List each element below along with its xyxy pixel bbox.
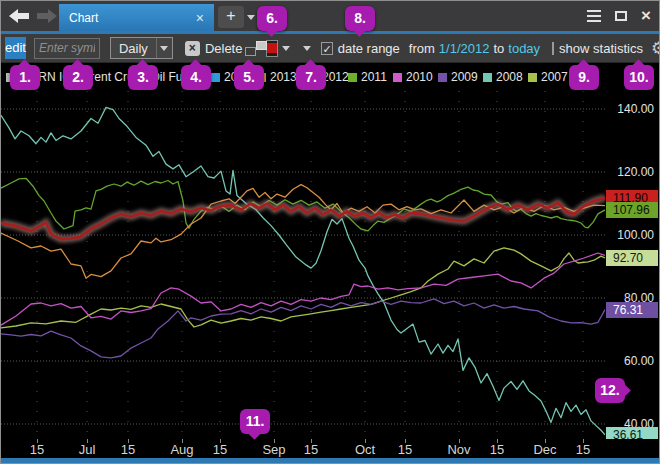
price-tag: 76.31 <box>606 302 658 318</box>
color-caret-icon[interactable] <box>282 46 290 51</box>
show-statistics-label: show statistics <box>559 41 643 56</box>
annotation-badge-8: 8. <box>345 6 375 31</box>
annotation-badge-1: 1. <box>10 65 40 90</box>
x-axis-label: Aug <box>170 442 193 457</box>
from-label: from <box>409 41 435 56</box>
annotation-badge-11: 11. <box>240 409 270 434</box>
app-window: Chart × + × edit Daily × Delete ✓ date r… <box>0 0 660 464</box>
plot-canvas[interactable] <box>1 91 605 439</box>
back-arrow-icon[interactable] <box>7 8 31 24</box>
legend-year-label: 2013 <box>270 70 297 84</box>
y-axis-label: 60.00 <box>624 353 654 369</box>
legend-row: EB.RN ICE Brent Crude Oil Futures2014201… <box>1 63 659 91</box>
bottom-accent-bar <box>1 458 659 463</box>
edit-button[interactable]: edit <box>5 37 26 59</box>
y-axis-label: 140.00 <box>617 101 654 117</box>
interval-caret-icon[interactable] <box>156 38 172 58</box>
date-range-checkbox[interactable]: ✓ <box>321 42 332 55</box>
legend-item-2008[interactable]: 2008 <box>483 63 523 91</box>
x-axis-label: 15 <box>213 442 227 457</box>
menu-icon[interactable] <box>587 7 601 25</box>
annotation-badge-4: 4. <box>181 65 211 90</box>
x-axis-label: 15 <box>304 442 318 457</box>
legend-year-label: 2012 <box>322 70 349 84</box>
legend-year-label: 2009 <box>451 70 478 84</box>
new-tab-button[interactable]: + <box>218 6 244 28</box>
legend-swatch-icon <box>483 73 492 82</box>
maximize-icon[interactable] <box>615 11 627 21</box>
close-tab-icon[interactable]: × <box>196 10 204 26</box>
x-axis-label: Sep <box>262 442 285 457</box>
y-axis-label: 120.00 <box>617 164 654 180</box>
toolbar: edit Daily × Delete ✓ date range from 1/… <box>1 34 659 63</box>
annotation-badge-12: 12. <box>595 378 625 403</box>
chart-area[interactable]: 140.00120.00100.0080.0060.0040.00111.901… <box>1 91 659 439</box>
color-swatch-button[interactable] <box>266 40 278 57</box>
annotation-badge-3: 3. <box>128 65 158 90</box>
legend-swatch-icon <box>393 73 402 82</box>
annotation-badge-10: 10. <box>624 65 654 90</box>
x-axis: 15Jul15Aug15Sep15Oct15Nov15Dec15 <box>1 439 659 458</box>
new-tab-caret-icon[interactable] <box>247 15 255 20</box>
y-axis-label: 100.00 <box>617 227 654 243</box>
legend-item-2010[interactable]: 2010 <box>393 63 433 91</box>
legend-swatch-icon <box>211 73 220 82</box>
to-label: to <box>493 41 504 56</box>
tab-chart-label: Chart <box>69 11 98 25</box>
annotation-badge-9: 9. <box>569 65 599 90</box>
line-style-caret-icon[interactable] <box>303 46 311 51</box>
series-line-2008 <box>1 107 605 434</box>
close-window-icon[interactable]: × <box>641 11 651 21</box>
legend-item-2007[interactable]: 2007 <box>528 63 568 91</box>
x-axis-label: Dec <box>533 442 556 457</box>
price-tag: 92.70 <box>606 250 658 266</box>
tab-chart[interactable]: Chart × <box>59 4 214 31</box>
legend-year-label: 2011 <box>361 70 387 84</box>
delete-button[interactable]: × Delete <box>185 41 243 56</box>
delete-label: Delete <box>205 41 243 56</box>
tab-bar: Chart × + × <box>1 1 659 31</box>
symbol-input[interactable] <box>34 38 100 59</box>
legend-swatch-icon <box>528 73 537 82</box>
forward-arrow-icon[interactable] <box>35 8 59 24</box>
gear-icon[interactable]: ⚙ <box>651 40 660 57</box>
series-line-2007 <box>1 248 605 328</box>
legend-swatch-icon <box>438 73 447 82</box>
date-range-label: date range <box>338 41 400 56</box>
show-statistics-checkbox[interactable] <box>552 42 554 55</box>
x-axis-label: 15 <box>30 442 44 457</box>
x-axis-label: 15 <box>398 442 412 457</box>
legend-year-label: 2008 <box>496 70 523 84</box>
legend-item-2009[interactable]: 2009 <box>438 63 478 91</box>
legend-item-2011[interactable]: 2011 <box>348 63 387 91</box>
series-line-2009 <box>1 299 605 358</box>
interval-value: Daily <box>111 41 156 56</box>
x-axis-label: Oct <box>355 442 375 457</box>
annotation-badge-2: 2. <box>63 65 93 90</box>
price-tag: 107.96 <box>606 202 658 218</box>
x-axis-label: 15 <box>121 442 135 457</box>
x-axis-label: Nov <box>447 442 470 457</box>
legend-year-label: 2010 <box>406 70 433 84</box>
interval-dropdown[interactable]: Daily <box>110 37 173 59</box>
legend-year-label: 2007 <box>541 70 568 84</box>
series-glow <box>1 198 605 240</box>
from-date-link[interactable]: 1/1/2012 <box>439 41 490 56</box>
x-axis-label: 15 <box>576 442 590 457</box>
annotation-badge-6: 6. <box>257 6 287 31</box>
to-date-link[interactable]: today <box>508 41 540 56</box>
x-axis-label: 15 <box>490 442 504 457</box>
delete-x-icon: × <box>185 41 200 56</box>
annotation-badge-7: 7. <box>296 65 326 90</box>
annotation-badge-5: 5. <box>234 65 264 90</box>
x-axis-label: Jul <box>79 442 96 457</box>
legend-swatch-icon <box>348 73 357 82</box>
